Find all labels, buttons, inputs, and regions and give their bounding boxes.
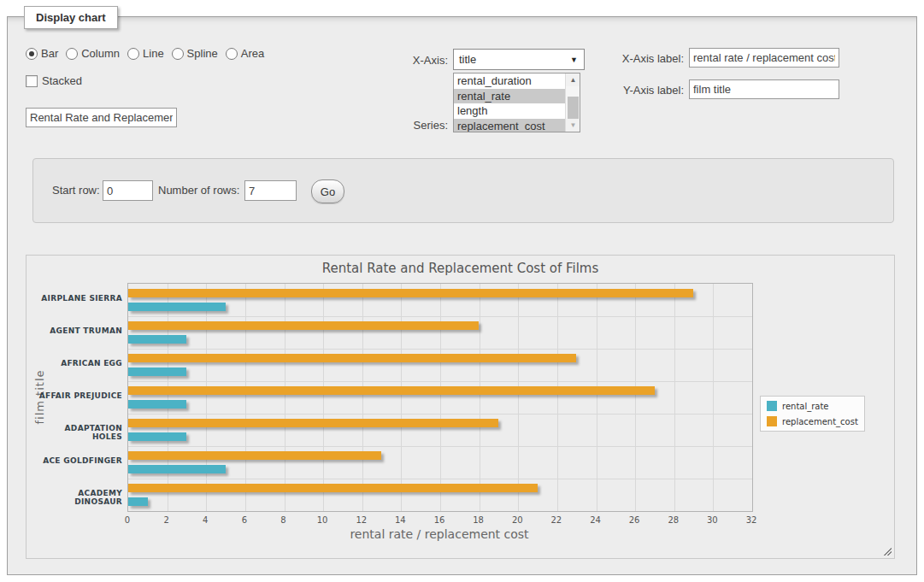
x-tick-label: 2	[154, 515, 180, 525]
x-axis-select[interactable]: title ▼	[453, 49, 585, 70]
plot-area	[127, 283, 753, 512]
x-tick-label: 10	[309, 515, 335, 525]
x-tick-label: 4	[192, 515, 218, 525]
x-axis-select-label: X-Axis:	[385, 54, 448, 67]
gridline	[440, 284, 441, 511]
y-tick-label: AFFAIR PREJUDICE	[37, 391, 122, 400]
gridline	[168, 284, 168, 511]
chart-container: Rental Rate and Replacement Cost of Film…	[26, 255, 895, 559]
y-tick-label: AGENT TRUMAN	[37, 326, 122, 335]
x-tick-label: 0	[115, 515, 140, 525]
start-row-label: Start row:	[52, 184, 100, 197]
chart-type-option-label[interactable]: Line	[143, 47, 164, 60]
radio-icon[interactable]	[26, 48, 38, 60]
scrollbar-down-icon[interactable]: ▼	[566, 119, 580, 132]
gridline	[557, 284, 558, 511]
display-chart-page: Display chart BarColumnLineSplineArea St…	[0, 0, 924, 582]
bar-rental_rate	[128, 465, 226, 473]
chart-type-option-spline[interactable]: Spline	[172, 47, 218, 60]
chart-type-option-line[interactable]: Line	[127, 47, 164, 60]
chart-type-option-bar[interactable]: Bar	[26, 47, 58, 60]
gridline	[245, 284, 246, 511]
gridline	[285, 284, 285, 511]
gridline	[674, 284, 675, 511]
gridline	[713, 284, 714, 511]
series-option-length[interactable]: length	[454, 103, 567, 119]
scrollbar-thumb[interactable]	[568, 97, 579, 119]
chevron-down-icon: ▼	[570, 56, 584, 64]
gridline	[206, 284, 207, 511]
legend-swatch	[767, 401, 777, 411]
x-tick-label: 6	[232, 515, 257, 525]
chart-type-option-column[interactable]: Column	[66, 47, 120, 60]
checkbox-icon[interactable]	[26, 75, 38, 87]
bar-rental_rate	[128, 432, 186, 441]
bar-replacement_cost	[128, 321, 479, 330]
bar-replacement_cost	[128, 451, 381, 460]
x-tick-label: 24	[583, 515, 609, 525]
gridline	[128, 414, 752, 414]
bar-rental_rate	[128, 367, 186, 376]
chart-type-option-label[interactable]: Area	[241, 47, 264, 60]
x-axis-label-input[interactable]	[689, 48, 839, 68]
gridline	[401, 284, 402, 511]
x-tick-label: 8	[271, 515, 297, 525]
gridline	[480, 284, 480, 511]
y-axis-label-label: Y-Axis label:	[603, 84, 684, 97]
gridline	[362, 284, 363, 511]
start-row-input[interactable]	[103, 180, 153, 201]
gridline	[597, 284, 597, 511]
bar-replacement_cost	[128, 419, 498, 427]
number-of-rows-input[interactable]	[244, 180, 297, 201]
chart-type-option-label[interactable]: Column	[81, 47, 120, 60]
bar-replacement_cost	[128, 484, 538, 492]
gridline	[518, 284, 519, 511]
series-option-rental_duration[interactable]: rental_duration	[454, 73, 567, 89]
series-option-rental_rate[interactable]: rental_rate	[454, 89, 567, 104]
gridline	[128, 316, 752, 317]
radio-icon[interactable]	[172, 48, 184, 60]
scrollbar[interactable]: ▲ ▼	[565, 73, 580, 132]
x-tick-label: 12	[349, 515, 374, 525]
radio-icon[interactable]	[66, 48, 78, 60]
legend-item-rental_rate: rental_rate	[767, 401, 858, 411]
x-tick-label: 14	[387, 515, 413, 525]
x-tick-label: 18	[466, 515, 491, 525]
y-tick-label: ACADEMY DINOSAUR	[37, 489, 122, 506]
chart-x-axis-title: rental rate / replacement cost	[127, 527, 751, 541]
x-tick-label: 22	[544, 515, 569, 525]
scrollbar-up-icon[interactable]: ▲	[566, 73, 580, 86]
chart-title-input[interactable]	[26, 108, 177, 127]
legend-label: rental_rate	[782, 402, 829, 411]
gridline	[128, 349, 752, 350]
y-tick-label: ADAPTATION HOLES	[37, 424, 122, 441]
chart-type-option-label[interactable]: Bar	[41, 47, 58, 60]
row-range-panel: Start row: Number of rows: Go	[32, 158, 894, 223]
chart-type-option-label[interactable]: Spline	[187, 47, 218, 60]
go-button[interactable]: Go	[311, 179, 344, 203]
bar-rental_rate	[128, 335, 186, 344]
x-tick-label: 16	[427, 515, 452, 525]
x-tick-label: 26	[621, 515, 647, 525]
number-of-rows-label: Number of rows:	[158, 184, 239, 197]
series-option-replacement_cost[interactable]: replacement_cost	[454, 119, 567, 133]
radio-icon[interactable]	[226, 48, 238, 60]
x-tick-label: 30	[699, 515, 725, 525]
bar-replacement_cost	[128, 354, 576, 362]
resize-handle-icon[interactable]	[882, 546, 892, 556]
y-tick-label: ACE GOLDFINGER	[37, 456, 122, 465]
chart-title: Rental Rate and Replacement Cost of Film…	[26, 261, 894, 276]
y-tick-label: AFRICAN EGG	[37, 359, 122, 367]
radio-icon[interactable]	[127, 48, 139, 60]
y-axis-label-input[interactable]	[689, 79, 839, 99]
bar-rental_rate	[128, 400, 186, 409]
series-multiselect[interactable]: ▲ ▼ rental_durationrental_ratelengthrepl…	[453, 73, 580, 132]
legend-label: replacement_cost	[782, 417, 858, 426]
chart-type-radio-group: BarColumnLineSplineArea	[26, 47, 264, 60]
stacked-checkbox-row[interactable]: Stacked	[26, 74, 82, 87]
bar-replacement_cost	[128, 386, 655, 395]
chart-type-option-area[interactable]: Area	[226, 47, 264, 60]
stacked-label[interactable]: Stacked	[42, 74, 82, 87]
x-axis-selected-value: title	[454, 53, 570, 66]
chart-legend: rental_ratereplacement_cost	[760, 396, 865, 432]
